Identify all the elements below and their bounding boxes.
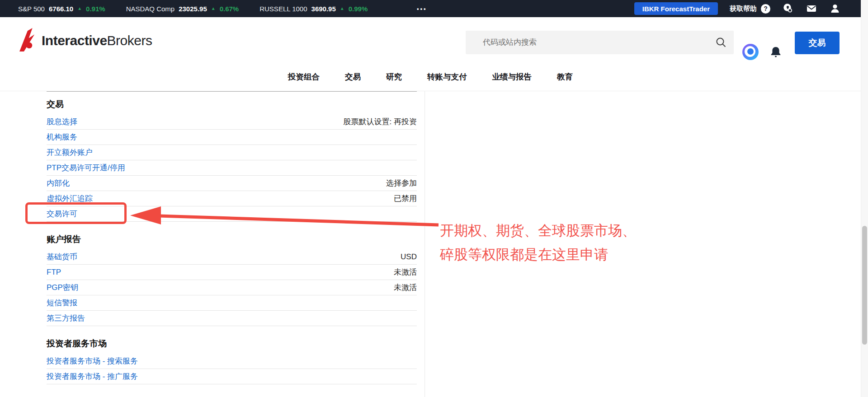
annotation-line-2: 碎股等权限都是在这里申请 — [440, 243, 636, 266]
site-search — [466, 31, 734, 54]
row-value: 未激活 — [394, 282, 417, 293]
scrollbar-thumb[interactable] — [862, 226, 867, 345]
nav-item-3[interactable]: 研究 — [386, 71, 402, 82]
nav-item-2[interactable]: 交易 — [345, 71, 361, 82]
assistant-orb-icon[interactable] — [742, 44, 759, 60]
settings-section: 账户报告基础货币USDFTP未激活PGP密钥未激活短信警报第三方报告 — [47, 222, 417, 326]
list-item: 虚拟外汇追踪已禁用 — [47, 191, 417, 206]
index-value: 23025.95 — [179, 5, 207, 13]
nav-item-6[interactable]: 教育 — [557, 71, 573, 82]
nav-item-4[interactable]: 转账与支付 — [427, 71, 467, 82]
index-change: 0.99% — [349, 5, 368, 13]
get-help-button[interactable]: 获取帮助 ? — [730, 4, 770, 14]
row-value: 股票默认设置: 再投资 — [344, 117, 417, 127]
account-settings-list: 交易股息选择股票默认设置: 再投资机构服务开立额外账户PTP交易许可开通/停用内… — [47, 91, 417, 397]
notifications-bell-icon[interactable] — [769, 45, 783, 61]
settings-link[interactable]: 短信警报 — [47, 298, 77, 308]
row-value: 未激活 — [394, 267, 417, 277]
up-arrow-icon: ▲ — [340, 6, 344, 11]
settings-section: 投资者服务市场投资者服务市场 - 搜索服务投资者服务市场 - 推广服务 — [47, 326, 417, 384]
search-input[interactable] — [466, 31, 734, 54]
index-label: S&P 500 — [18, 5, 45, 13]
annotation-text: 开期权、期货、全球股票市场、 碎股等权限都是在这里申请 — [440, 219, 636, 266]
search-icon[interactable] — [715, 36, 727, 51]
list-item: 投资者服务市场 - 推广服务 — [47, 369, 417, 384]
annotation-line-1: 开期权、期货、全球股票市场、 — [440, 219, 636, 243]
up-arrow-icon: ▲ — [211, 6, 216, 11]
settings-link[interactable]: 第三方报告 — [47, 313, 85, 323]
list-item: 开立额外账户 — [47, 145, 417, 160]
settings-link[interactable]: 投资者服务市场 - 搜索服务 — [47, 356, 138, 366]
list-item: 内部化选择参加 — [47, 176, 417, 191]
settings-link[interactable]: 开立额外账户 — [47, 147, 93, 158]
logo-text: InteractiveBrokers — [42, 33, 152, 48]
primary-nav: 投资组合交易研究转账与支付业绩与报告教育 — [0, 63, 861, 91]
list-item: 第三方报告 — [47, 311, 417, 326]
settings-link[interactable]: PTP交易许可开通/停用 — [47, 163, 125, 173]
settings-link[interactable]: 内部化 — [47, 178, 70, 188]
row-value: 选择参加 — [386, 178, 417, 188]
list-item: 股息选择股票默认设置: 再投资 — [47, 114, 417, 130]
list-item: FTP未激活 — [47, 265, 417, 280]
settings-link[interactable]: 投资者服务市场 - 推广服务 — [47, 371, 138, 382]
settings-link[interactable]: 股息选择 — [47, 117, 77, 127]
market-index: RUSSELL 10003690.95▲0.99% — [259, 5, 368, 13]
settings-section: 使用者和访问权限配置 — [47, 384, 417, 397]
index-value: 6766.10 — [49, 5, 73, 13]
panel-divider — [425, 91, 425, 397]
market-indices: S&P 5006766.10▲0.91%NASDAQ Comp23025.95▲… — [18, 0, 368, 17]
index-label: RUSSELL 1000 — [259, 5, 307, 13]
nav-item-1[interactable]: 投资组合 — [288, 71, 320, 82]
settings-link[interactable]: 交易许可 — [47, 209, 77, 219]
settings-content: 交易股息选择股票默认设置: 再投资机构服务开立额外账户PTP交易许可开通/停用内… — [0, 91, 861, 397]
list-item: 投资者服务市场 - 搜索服务 — [47, 354, 417, 369]
get-help-label: 获取帮助 — [730, 5, 757, 13]
list-item-highlighted: 交易许可 — [47, 206, 417, 222]
list-item: 机构服务 — [47, 130, 417, 145]
settings-link[interactable]: FTP — [47, 268, 61, 277]
index-label: NASDAQ Comp — [126, 5, 175, 13]
index-change: 0.67% — [220, 5, 239, 13]
settings-link[interactable]: 虚拟外汇追踪 — [47, 193, 93, 204]
settings-section: 交易股息选择股票默认设置: 再投资机构服务开立额外账户PTP交易许可开通/停用内… — [47, 92, 417, 222]
user-account-icon[interactable] — [829, 3, 841, 14]
question-icon[interactable]: ? — [761, 4, 770, 14]
list-item: 基础货币USD — [47, 249, 417, 265]
index-change: 0.91% — [86, 5, 105, 13]
up-arrow-icon: ▲ — [77, 6, 82, 11]
forecasttrader-button[interactable]: IBKR ForecastTrader — [634, 2, 718, 15]
section-title: 使用者和访问权限配置 — [47, 384, 417, 397]
market-index: S&P 5006766.10▲0.91% — [18, 5, 105, 13]
ibkr-portal-page: S&P 5006766.10▲0.91%NASDAQ Comp23025.95▲… — [0, 0, 868, 397]
settings-link[interactable]: 基础货币 — [47, 252, 77, 262]
row-value: 已禁用 — [394, 193, 417, 204]
list-item: 短信警报 — [47, 295, 417, 311]
list-item: PGP密钥未激活 — [47, 280, 417, 295]
index-value: 3690.95 — [311, 5, 336, 13]
interactive-brokers-logo[interactable]: InteractiveBrokers — [18, 28, 152, 53]
row-value: USD — [401, 252, 417, 262]
more-indices-button[interactable]: ••• — [417, 0, 427, 17]
section-title: 交易 — [47, 92, 417, 114]
settings-link[interactable]: 机构服务 — [47, 132, 77, 142]
site-header: InteractiveBrokers 交易 投资组合交易研究转账与支付业绩与报告… — [0, 17, 861, 91]
market-ticker-bar: S&P 5006766.10▲0.91%NASDAQ Comp23025.95▲… — [0, 0, 861, 17]
settings-link[interactable]: PGP密钥 — [47, 282, 78, 293]
nav-item-5[interactable]: 业绩与报告 — [492, 71, 532, 82]
market-index: NASDAQ Comp23025.95▲0.67% — [126, 5, 239, 13]
section-title: 投资者服务市场 — [47, 326, 417, 354]
chat-support-icon[interactable] — [782, 3, 794, 14]
brand-mark-icon — [18, 28, 37, 53]
list-item: PTP交易许可开通/停用 — [47, 160, 417, 176]
mail-icon[interactable] — [806, 3, 817, 14]
topbar-actions: IBKR ForecastTrader 获取帮助 ? — [634, 0, 841, 17]
trade-button[interactable]: 交易 — [795, 32, 840, 54]
scrollbar-track[interactable] — [861, 0, 868, 397]
section-title: 账户报告 — [47, 222, 417, 249]
